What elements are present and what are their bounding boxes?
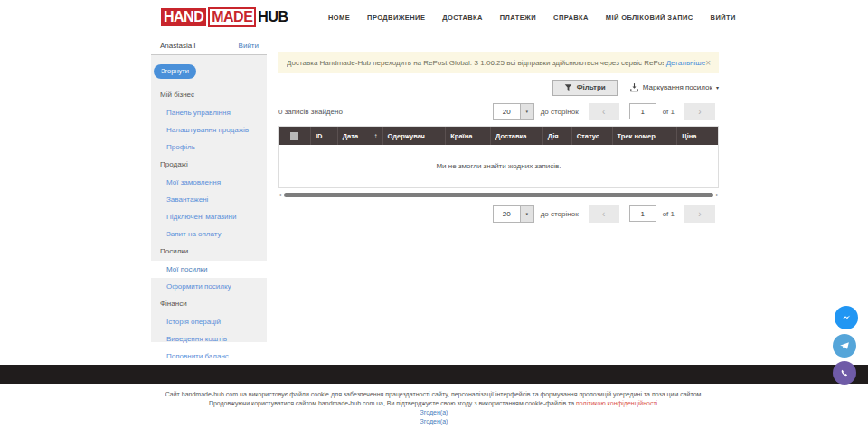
per-page-label: до сторінок: [541, 210, 579, 218]
records-count: 0 записів знайдено: [278, 108, 493, 116]
pagination-bottom: 20 ▾ до сторінок ‹ 1 of 1 ›: [278, 205, 719, 223]
parcels-table: ID Дата ↑ Одержувач Країна Доставка Дія …: [278, 126, 719, 188]
sidebar-section-parcels: Посилки: [151, 243, 267, 261]
chevron-down-icon: ▾: [716, 84, 719, 91]
telegram-icon[interactable]: [833, 334, 856, 358]
sidebar: Anastasia I Вийти Згорнути Мій бізнес Па…: [151, 36, 267, 342]
toolbar: Фільтри Маркування посилок ▾: [278, 79, 719, 96]
telegram-plane-icon: [838, 339, 851, 352]
sort-up-icon[interactable]: ↑: [374, 132, 378, 140]
sidebar-item-operations-history[interactable]: Історія операцій: [151, 313, 267, 330]
filters-button-label: Фільтри: [577, 83, 606, 91]
sidebar-item-profile[interactable]: Профіль: [151, 138, 267, 156]
sidebar-item-sales-settings[interactable]: Налаштування продажів: [151, 121, 267, 138]
th-delivery[interactable]: Доставка: [491, 127, 543, 145]
main-nav: HOME ПРОДВИЖЕНИЕ ДОСТАВКА ПЛАТЕЖИ СПРАВК…: [328, 0, 736, 34]
th-date[interactable]: Дата ↑: [338, 127, 383, 145]
select-all-checkbox[interactable]: [290, 132, 298, 140]
agree-link-1[interactable]: Згоден(а): [0, 408, 868, 417]
page-number-input[interactable]: 1: [629, 205, 656, 222]
scroll-right-icon[interactable]: ▸: [716, 192, 719, 197]
chevron-down-icon[interactable]: ▾: [520, 206, 533, 222]
nav-item-my-account[interactable]: МІЙ ОБЛІКОВИЙ ЗАПИС: [606, 14, 693, 22]
user-name: Anastasia I: [160, 42, 196, 50]
table-empty-state: Ми не змогли знайти жодних записів.: [279, 145, 718, 187]
scrollbar-thumb[interactable]: [284, 193, 713, 197]
cookie-notice-line2-text: Продовжуючи користуватися сайтом handmad…: [209, 400, 576, 406]
main-content: Доставка Handmade-Hub переходить на RePo…: [278, 52, 719, 223]
top-header: HAND MADE HUB HOME ПРОДВИЖЕНИЕ ДОСТАВКА …: [0, 0, 868, 34]
th-track-number[interactable]: Трек номер: [613, 127, 678, 145]
th-action[interactable]: Дія: [543, 127, 572, 145]
nav-item-payments[interactable]: ПЛАТЕЖИ: [500, 14, 536, 22]
viber-icon[interactable]: [833, 361, 856, 385]
handmade-hub-logo[interactable]: HAND MADE HUB: [161, 7, 288, 27]
banner-close-icon[interactable]: ×: [705, 59, 711, 68]
cookie-notice-line1: Сайт handmade-hub.com.ua використовує фа…: [0, 390, 868, 399]
empty-message: Ми не змогли знайти жодних записів.: [436, 162, 561, 170]
sidebar-item-create-parcel[interactable]: Оформити посилку: [151, 278, 267, 295]
agree-link-2[interactable]: Згоден(а): [0, 417, 868, 426]
logo-hand: HAND: [161, 8, 206, 26]
next-page-button[interactable]: ›: [684, 103, 715, 120]
sidebar-logout-link[interactable]: Вийти: [239, 42, 259, 50]
sidebar-section-sales: Продажі: [151, 156, 267, 174]
prev-page-button[interactable]: ‹: [589, 103, 619, 120]
th-status[interactable]: Статус: [572, 127, 613, 145]
notification-banner: Доставка Handmade-Hub переходить на RePo…: [278, 52, 719, 73]
sidebar-item-connected-shops[interactable]: Підключені магазини: [151, 208, 267, 225]
page-number-input[interactable]: 1: [629, 103, 656, 119]
filters-button[interactable]: Фільтри: [552, 80, 618, 96]
nav-item-delivery[interactable]: ДОСТАВКА: [442, 14, 483, 22]
footer: Сайт handmade-hub.com.ua використовує фа…: [0, 390, 868, 425]
per-page-value: 20: [494, 206, 520, 222]
pagination-controls: 20 ▾ до сторінок ‹ 1 of 1 ›: [493, 103, 719, 120]
table-header-row: ID Дата ↑ Одержувач Країна Доставка Дія …: [279, 127, 718, 145]
prev-page-button[interactable]: ‹: [589, 205, 619, 223]
download-tray-icon: [629, 82, 639, 92]
th-select: [279, 127, 311, 145]
nav-item-promotion[interactable]: ПРОДВИЖЕНИЕ: [367, 14, 425, 22]
banner-text: Доставка Handmade-Hub переходить на RePo…: [287, 59, 664, 67]
nav-item-logout[interactable]: ВИЙТИ: [711, 14, 736, 22]
sidebar-item-my-orders[interactable]: Мої замовлення: [151, 174, 267, 191]
cookie-notice-line2: Продовжуючи користуватися сайтом handmad…: [0, 399, 868, 408]
sidebar-item-my-parcels[interactable]: Мої посилки: [151, 261, 267, 278]
th-recipient[interactable]: Одержувач: [383, 127, 447, 145]
pagination-top: 0 записів знайдено 20 ▾ до сторінок ‹ 1 …: [278, 102, 719, 120]
per-page-value: 20: [494, 104, 520, 119]
per-page-label: до сторінок: [541, 108, 579, 116]
page-of-label: of 1: [663, 108, 675, 116]
collapse-button[interactable]: Згорнути: [154, 64, 196, 79]
sidebar-section-my-business: Мій бізнес: [151, 86, 267, 104]
banner-details-link[interactable]: Детальніше: [666, 59, 706, 67]
page-of-label: of 1: [663, 210, 675, 218]
th-id[interactable]: ID: [311, 127, 338, 145]
privacy-policy-link[interactable]: політикою конфіденційності: [576, 400, 657, 406]
chevron-down-icon[interactable]: ▾: [520, 104, 533, 119]
per-page-select[interactable]: 20 ▾: [493, 205, 534, 223]
sidebar-item-uploaded[interactable]: Завантажені: [151, 191, 267, 208]
th-country[interactable]: Країна: [446, 127, 491, 145]
filter-funnel-icon: [564, 83, 572, 91]
sidebar-item-withdraw-funds[interactable]: Виведення коштів: [151, 330, 267, 348]
th-date-label: Дата: [343, 132, 358, 140]
nav-item-help[interactable]: СПРАВКА: [553, 14, 589, 22]
sidebar-item-payment-request[interactable]: Запит на оплату: [151, 225, 267, 243]
th-price[interactable]: Ціна: [677, 127, 718, 145]
logo-hub: HUB: [258, 9, 288, 25]
viber-phone-icon: [838, 367, 851, 379]
marking-dropdown-label: Маркування посилок: [643, 83, 712, 91]
scroll-left-icon[interactable]: ◂: [278, 192, 281, 197]
cookie-notice-period: .: [657, 400, 659, 406]
sidebar-item-top-up-balance[interactable]: Поповнити баланс: [151, 348, 267, 365]
marking-dropdown[interactable]: Маркування посилок ▾: [629, 82, 719, 92]
messenger-icon[interactable]: [835, 306, 858, 329]
sidebar-item-control-panel[interactable]: Панель управління: [151, 104, 267, 121]
sidebar-panel: Згорнути Мій бізнес Панель управління На…: [151, 55, 267, 342]
next-page-button[interactable]: ›: [684, 205, 715, 223]
per-page-select[interactable]: 20 ▾: [493, 103, 534, 120]
horizontal-scrollbar: ◂ ▸: [278, 191, 719, 198]
nav-item-home[interactable]: HOME: [328, 14, 350, 22]
sidebar-section-finance: Фінанси: [151, 295, 267, 313]
